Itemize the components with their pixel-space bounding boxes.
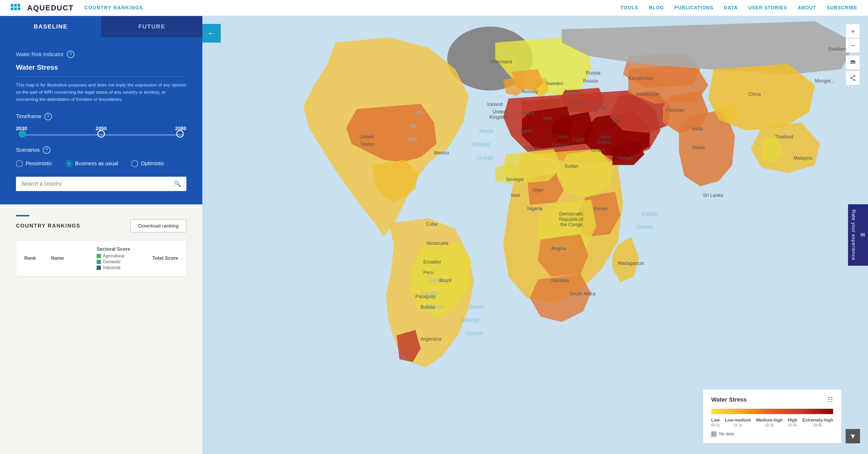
svg-text:Nepal: Nepal	[692, 145, 705, 150]
radio-business-as-usual[interactable]: Business as usual	[65, 160, 118, 167]
wri-help-icon[interactable]: ?	[67, 51, 74, 58]
share-button[interactable]	[846, 71, 860, 85]
th-rank: Rank	[24, 256, 45, 261]
tab-future[interactable]: FUTURE	[101, 16, 203, 37]
svg-text:Namibia: Namibia	[551, 278, 569, 283]
radio-group: Pessimistic Business as usual Optimistic	[16, 160, 186, 167]
table-header: Rank Name Sectoral Score Agricultural Do…	[16, 240, 186, 276]
legend-agricultural-box	[97, 254, 101, 258]
svg-text:Saudi: Saudi	[599, 134, 611, 139]
rankings-header: COUNTRY RANKINGS Download ranking	[16, 220, 186, 232]
timeframe-label: Timeframe	[16, 114, 41, 120]
nav-link-about[interactable]: ABOUT	[798, 5, 816, 11]
slider-track[interactable]	[19, 134, 184, 136]
svg-text:Ecuador: Ecuador	[423, 259, 441, 264]
nav-link-publications[interactable]: PUBLICATIONS	[675, 5, 713, 11]
nav-link-subscribe[interactable]: SUBSCRIBE	[827, 5, 857, 11]
svg-text:Russia: Russia	[586, 70, 601, 75]
collapse-arrow-icon: ←	[208, 29, 215, 38]
nav-subtitle: COUNTRY RANKINGS	[84, 5, 143, 11]
scenarios-help-icon[interactable]: ?	[43, 147, 50, 154]
th-total-score: Total Score	[135, 256, 178, 261]
svg-text:Nigeria: Nigeria	[527, 206, 542, 211]
world-map: rth ific ean North Atlantic Ocean South …	[203, 16, 868, 454]
controls-panel: Water Risk Indicator ? Water Stress This…	[0, 37, 203, 204]
svg-text:Democratic: Democratic	[559, 211, 583, 217]
svg-text:Venezuela: Venezuela	[426, 240, 448, 246]
svg-text:Argentina: Argentina	[421, 336, 441, 342]
sectoral-industrial: Industrial	[97, 265, 130, 270]
zoom-out-button[interactable]: −	[846, 38, 860, 53]
map-controls: + −	[846, 24, 860, 85]
svg-text:Algeria: Algeria	[525, 145, 540, 150]
svg-text:ific: ific	[410, 122, 417, 129]
svg-rect-0	[11, 4, 13, 7]
svg-text:Arabia: Arabia	[596, 139, 611, 145]
timeframe-slider[interactable]: 2030 2050 2080	[16, 126, 186, 136]
map-area[interactable]: ←	[203, 16, 868, 454]
search-input[interactable]	[21, 181, 171, 187]
svg-text:Spain: Spain	[519, 128, 531, 134]
radio-optimistic[interactable]: Optimistic	[131, 160, 164, 167]
svg-text:Sri Lanka: Sri Lanka	[703, 193, 723, 198]
rate-text: Rate your experience	[851, 209, 856, 260]
svg-line-86	[851, 76, 855, 78]
legend-no-data-box	[711, 431, 716, 437]
download-ranking-button[interactable]: Download ranking	[130, 220, 186, 232]
collapse-button[interactable]: ←	[203, 24, 221, 42]
svg-text:Sweden: Sweden	[546, 81, 563, 86]
legend-no-data: No data	[711, 431, 833, 437]
th-name: Name	[51, 256, 91, 261]
nav-link-tools[interactable]: TOOLS	[621, 5, 639, 11]
rate-icon: ✉	[860, 231, 865, 238]
svg-text:North: North	[479, 128, 494, 134]
svg-text:rth: rth	[415, 109, 422, 116]
zoom-in-button[interactable]: +	[846, 24, 860, 38]
svg-text:Turkey: Turkey	[591, 105, 606, 110]
nav-link-user-stories[interactable]: USER STORIES	[748, 5, 787, 11]
svg-text:the Congo: the Congo	[560, 222, 583, 227]
svg-text:Kingdom: Kingdom	[489, 115, 508, 120]
radio-label-optimistic: Optimistic	[141, 160, 164, 167]
svg-text:Belarus: Belarus	[564, 89, 581, 94]
rate-experience-sidebar[interactable]: ✉ Rate your experience	[848, 204, 868, 266]
scenarios-label: Scenarios	[16, 147, 40, 153]
rankings-section: COUNTRY RANKINGS Download ranking Rank N…	[0, 204, 203, 454]
svg-rect-3	[11, 7, 13, 10]
layers-button[interactable]	[846, 55, 860, 70]
sectoral-domestic: Domestic	[97, 259, 130, 264]
svg-text:Uzbekistan: Uzbekistan	[637, 92, 660, 97]
svg-rect-81	[850, 63, 856, 64]
svg-text:Sudan: Sudan	[564, 163, 578, 169]
nav-link-blog[interactable]: BLOG	[649, 5, 664, 11]
svg-text:United: United	[360, 134, 373, 139]
nav-link-data[interactable]: DATA	[724, 5, 738, 11]
search-box[interactable]: 🔍	[16, 177, 186, 191]
svg-text:Niger: Niger	[532, 187, 544, 193]
search-icon: 🔍	[174, 181, 181, 187]
svg-text:Ocean: Ocean	[476, 154, 494, 161]
radio-outer-bau	[65, 160, 72, 167]
scroll-down-arrow-icon: ▼	[849, 432, 856, 441]
svg-text:Madagascar: Madagascar	[618, 261, 644, 266]
legend-cat-extremely-high: Extremely-high (4-5)	[802, 418, 833, 427]
share-icon	[849, 74, 857, 82]
th-sectoral: Sectoral Score Agricultural Domestic	[97, 247, 130, 270]
scroll-down-button[interactable]: ▼	[846, 429, 860, 443]
svg-text:Svalbard: Svalbard	[828, 46, 847, 52]
legend-industrial-box	[97, 266, 101, 270]
svg-text:Ukraine: Ukraine	[570, 100, 586, 105]
svg-text:Tunisia: Tunisia	[551, 142, 567, 148]
th-sectoral-title: Sectoral Score	[97, 247, 130, 252]
slider-dot-2050[interactable]	[97, 130, 105, 138]
slider-dot-2080[interactable]	[176, 130, 184, 138]
svg-text:United: United	[493, 109, 506, 115]
legend-toggle-icon[interactable]: ☷	[827, 396, 833, 403]
tab-baseline[interactable]: BASELINE	[0, 16, 101, 37]
timeframe-help-icon[interactable]: ?	[44, 113, 52, 120]
slider-dot-2030[interactable]	[19, 130, 26, 138]
svg-text:Angola: Angola	[551, 246, 566, 251]
svg-text:Kazakhstan: Kazakhstan	[628, 75, 653, 81]
legend-no-data-text: No data	[719, 432, 734, 436]
radio-pessimistic[interactable]: Pessimistic	[16, 160, 52, 167]
